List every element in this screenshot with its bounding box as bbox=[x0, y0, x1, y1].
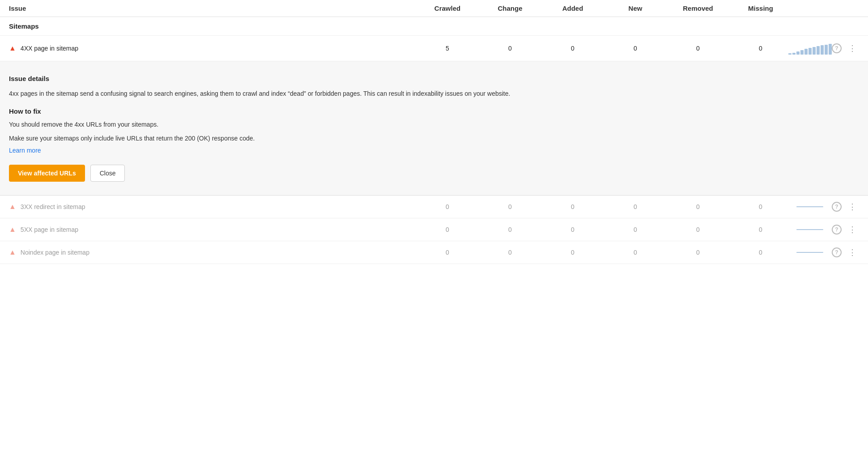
new-noindex: 0 bbox=[604, 249, 667, 256]
fix-line-1: You should remove the 4xx URLs from your… bbox=[9, 119, 859, 129]
fix-line-2: Make sure your sitemaps only include liv… bbox=[9, 133, 859, 143]
issue-row-4xx[interactable]: ▲ 4XX page in sitemap 5 0 0 0 0 0 ? ⋮ bbox=[0, 36, 868, 61]
crawled-3xx: 0 bbox=[416, 203, 479, 210]
issue-name-4xx: 4XX page in sitemap bbox=[21, 45, 78, 52]
learn-more-link[interactable]: Learn more bbox=[9, 147, 41, 154]
missing-3xx: 0 bbox=[729, 203, 792, 210]
issue-row-3xx[interactable]: ▲ 3XX redirect in sitemap 0 0 0 0 0 0 ? … bbox=[0, 196, 868, 218]
issue-name-cell-noindex: ▲ Noindex page in sitemap bbox=[9, 248, 416, 256]
header-added: Added bbox=[541, 4, 604, 12]
more-menu-4xx[interactable]: ⋮ bbox=[846, 43, 859, 53]
how-to-fix-title: How to fix bbox=[9, 107, 859, 115]
header-missing: Missing bbox=[729, 4, 792, 12]
warning-icon-3xx: ▲ bbox=[9, 203, 16, 211]
help-5xx[interactable]: ? bbox=[828, 225, 846, 235]
issue-name-cell-5xx: ▲ 5XX page in sitemap bbox=[9, 226, 416, 234]
missing-5xx: 0 bbox=[729, 226, 792, 233]
help-icon-noindex[interactable]: ? bbox=[832, 247, 842, 257]
new-3xx: 0 bbox=[604, 203, 667, 210]
detail-panel: Issue details 4xx pages in the sitemap s… bbox=[0, 61, 868, 196]
removed-5xx: 0 bbox=[667, 226, 729, 233]
sparkline-5xx bbox=[792, 229, 828, 230]
added-5xx: 0 bbox=[541, 226, 604, 233]
sparkline-flat-3xx bbox=[796, 206, 823, 207]
sparkline-4xx bbox=[792, 42, 828, 55]
issue-row-noindex[interactable]: ▲ Noindex page in sitemap 0 0 0 0 0 0 ? … bbox=[0, 241, 868, 264]
help-4xx[interactable]: ? bbox=[828, 43, 846, 53]
help-noindex[interactable]: ? bbox=[828, 247, 846, 257]
issue-name-cell-4xx: ▲ 4XX page in sitemap bbox=[9, 44, 416, 52]
help-icon-4xx[interactable]: ? bbox=[832, 43, 842, 53]
change-noindex: 0 bbox=[479, 249, 541, 256]
table-header: Issue Crawled Change Added New Removed M… bbox=[0, 0, 868, 17]
change-5xx: 0 bbox=[479, 226, 541, 233]
removed-noindex: 0 bbox=[667, 249, 729, 256]
more-menu-3xx[interactable]: ⋮ bbox=[846, 202, 859, 212]
close-button[interactable]: Close bbox=[90, 165, 125, 182]
missing-noindex: 0 bbox=[729, 249, 792, 256]
more-menu-noindex[interactable]: ⋮ bbox=[846, 247, 859, 257]
change-3xx: 0 bbox=[479, 203, 541, 210]
removed-4xx: 0 bbox=[667, 45, 729, 52]
header-new: New bbox=[604, 4, 667, 12]
new-4xx: 0 bbox=[604, 45, 667, 52]
help-3xx[interactable]: ? bbox=[828, 202, 846, 212]
added-3xx: 0 bbox=[541, 203, 604, 210]
section-sitemaps: Sitemaps bbox=[0, 17, 868, 36]
issue-name-3xx: 3XX redirect in sitemap bbox=[21, 203, 85, 210]
new-5xx: 0 bbox=[604, 226, 667, 233]
sparkline-3xx bbox=[792, 206, 828, 207]
detail-title: Issue details bbox=[9, 75, 859, 82]
issue-name-5xx: 5XX page in sitemap bbox=[21, 226, 78, 233]
crawled-noindex: 0 bbox=[416, 249, 479, 256]
change-4xx: 0 bbox=[479, 45, 541, 52]
added-4xx: 0 bbox=[541, 45, 604, 52]
action-buttons: View affected URLs Close bbox=[9, 165, 859, 182]
sparkline-bars-4xx bbox=[788, 42, 832, 55]
header-removed: Removed bbox=[667, 4, 729, 12]
help-icon-3xx[interactable]: ? bbox=[832, 202, 842, 212]
warning-icon-4xx: ▲ bbox=[9, 44, 16, 52]
help-icon-5xx[interactable]: ? bbox=[832, 225, 842, 235]
sparkline-noindex bbox=[792, 252, 828, 253]
added-noindex: 0 bbox=[541, 249, 604, 256]
view-affected-urls-button[interactable]: View affected URLs bbox=[9, 165, 85, 182]
issue-name-cell-3xx: ▲ 3XX redirect in sitemap bbox=[9, 203, 416, 211]
issue-name-noindex: Noindex page in sitemap bbox=[21, 249, 89, 256]
sparkline-flat-noindex bbox=[796, 252, 823, 253]
crawled-5xx: 0 bbox=[416, 226, 479, 233]
removed-3xx: 0 bbox=[667, 203, 729, 210]
missing-4xx: 0 bbox=[729, 45, 792, 52]
issue-row-5xx[interactable]: ▲ 5XX page in sitemap 0 0 0 0 0 0 ? ⋮ bbox=[0, 218, 868, 241]
header-change: Change bbox=[479, 4, 541, 12]
sparkline-flat-5xx bbox=[796, 229, 823, 230]
crawled-4xx: 5 bbox=[416, 45, 479, 52]
warning-icon-noindex: ▲ bbox=[9, 248, 16, 256]
header-issue: Issue bbox=[9, 4, 416, 12]
detail-body: 4xx pages in the sitemap send a confusin… bbox=[9, 89, 859, 98]
header-crawled: Crawled bbox=[416, 4, 479, 12]
more-menu-5xx[interactable]: ⋮ bbox=[846, 225, 859, 235]
warning-icon-5xx: ▲ bbox=[9, 226, 16, 234]
